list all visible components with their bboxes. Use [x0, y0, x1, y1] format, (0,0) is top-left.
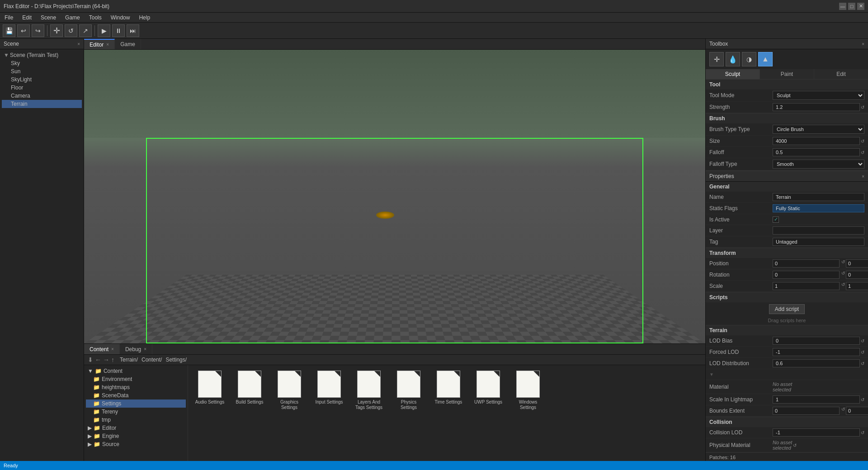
viewport[interactable]: View ⊕ ⊞ 10 📐 15 1 🌐 32: [84, 50, 705, 343]
bounds-y[interactable]: [846, 407, 868, 415]
position-y[interactable]: [846, 259, 868, 268]
play-button[interactable]: ▶: [98, 24, 110, 37]
folder-source[interactable]: ▶ 📁 Source: [86, 440, 186, 448]
menu-edit[interactable]: Edit: [18, 14, 36, 22]
scale-button[interactable]: ↗: [79, 24, 92, 37]
close-button[interactable]: ✕: [857, 3, 864, 10]
scale-y[interactable]: [846, 282, 868, 290]
folder-engine[interactable]: ▶ 📁 Engine: [86, 432, 186, 440]
collision-lod-input[interactable]: [773, 428, 860, 437]
tree-item-scene[interactable]: ▼ Scene (Terrain Test): [2, 51, 82, 59]
lod-bias-input[interactable]: [773, 337, 860, 345]
redo-button[interactable]: ↪: [32, 24, 44, 37]
terrain-mode-paint[interactable]: Paint: [760, 69, 814, 79]
brush-falloff-type-select[interactable]: Smooth: [773, 160, 864, 169]
file-uwp-settings[interactable]: UWP Settings: [470, 369, 506, 412]
sx-revert[interactable]: ↺: [841, 282, 845, 290]
tool-terrain[interactable]: ▲: [758, 52, 773, 66]
tab-content[interactable]: Content ×: [84, 344, 120, 354]
title-bar-controls[interactable]: — □ ✕: [839, 3, 864, 10]
add-script-button[interactable]: Add script: [769, 304, 805, 314]
phys-mat-revert[interactable]: ↺: [793, 443, 797, 448]
brush-falloff-revert[interactable]: ↺: [861, 150, 864, 155]
tab-debug[interactable]: Debug ×: [120, 344, 152, 354]
static-flags-input[interactable]: [773, 204, 864, 212]
nav-forward[interactable]: →: [103, 356, 109, 363]
breadcrumb-content[interactable]: Content/: [142, 357, 162, 363]
brush-size-input[interactable]: [773, 137, 860, 145]
toolbox-close[interactable]: ×: [862, 42, 864, 47]
folder-tmp[interactable]: 📁 tmp: [86, 416, 186, 424]
folder-settings[interactable]: 📁 Settings: [86, 400, 186, 408]
bounds-x[interactable]: [773, 407, 840, 415]
file-physics-settings[interactable]: Physics Settings: [391, 369, 427, 412]
rotation-x[interactable]: [773, 271, 840, 279]
position-x[interactable]: [773, 259, 840, 268]
folder-tereny[interactable]: 📁 Tereny: [86, 408, 186, 416]
folder-scenedata[interactable]: 📁 SceneData: [86, 391, 186, 400]
tool-smooth[interactable]: ◑: [742, 52, 756, 66]
rotation-y[interactable]: [846, 271, 868, 279]
lod-dist-revert[interactable]: ↺: [861, 361, 864, 366]
step-button[interactable]: ⏭: [127, 24, 139, 37]
terrain-mode-sculpt[interactable]: Sculpt: [706, 69, 760, 79]
col-lod-revert[interactable]: ↺: [861, 430, 864, 435]
file-graphics-settings[interactable]: Graphics Settings: [271, 369, 307, 412]
tool-paint[interactable]: 💧: [726, 52, 740, 66]
px-revert[interactable]: ↺: [841, 259, 845, 268]
terrain-mode-edit[interactable]: Edit: [814, 69, 868, 79]
tab-content-close[interactable]: ×: [111, 347, 114, 352]
menu-window[interactable]: Window: [106, 14, 135, 22]
lod-bias-revert[interactable]: ↺: [861, 338, 864, 343]
scale-x[interactable]: [773, 282, 840, 290]
name-input[interactable]: [773, 193, 864, 201]
layer-input[interactable]: [773, 226, 864, 235]
tree-item-sun[interactable]: Sun: [2, 67, 82, 75]
folder-heightmaps[interactable]: 📁 heightmaps: [86, 383, 186, 391]
forced-lod-input[interactable]: [773, 348, 860, 356]
scene-panel-close[interactable]: ×: [77, 42, 80, 47]
scale-lightmap-input[interactable]: [773, 395, 860, 404]
maximize-button[interactable]: □: [848, 3, 855, 10]
nav-up[interactable]: ↑: [111, 356, 114, 363]
folder-content[interactable]: ▼ 📁 Content: [86, 367, 186, 375]
tab-game[interactable]: Game: [115, 39, 141, 49]
folder-editor[interactable]: ▶ 📁 Editor: [86, 424, 186, 432]
bx-revert[interactable]: ↺: [841, 407, 845, 415]
menu-file[interactable]: File: [0, 14, 18, 22]
tool-add[interactable]: ✛: [709, 52, 724, 66]
file-windows-settings[interactable]: Windows Settings: [510, 369, 546, 412]
strength-input[interactable]: [773, 103, 860, 111]
breadcrumb-settings[interactable]: Settings/: [165, 357, 187, 363]
file-layers-settings[interactable]: Layers And Tags Settings: [351, 369, 387, 412]
is-active-checkbox[interactable]: ✓: [773, 216, 779, 223]
tree-item-camera[interactable]: Camera: [2, 92, 82, 100]
expand-arrow[interactable]: ▼: [709, 372, 714, 377]
breadcrumb-terrain[interactable]: Terrain/: [120, 357, 138, 363]
tab-editor[interactable]: Editor ×: [84, 39, 115, 49]
tree-item-sky[interactable]: Sky: [2, 59, 82, 67]
brush-size-revert[interactable]: ↺: [861, 139, 864, 144]
lod-distribution-input[interactable]: [773, 359, 860, 367]
strength-revert[interactable]: ↺: [861, 105, 864, 110]
menu-tools[interactable]: Tools: [85, 14, 106, 22]
file-input-settings[interactable]: Input Settings: [311, 369, 347, 412]
save-button[interactable]: 💾: [3, 24, 15, 37]
file-build-settings[interactable]: Build Settings: [231, 369, 268, 412]
forced-lod-revert[interactable]: ↺: [861, 350, 864, 355]
brush-falloff-input[interactable]: [773, 148, 860, 156]
tab-debug-close[interactable]: ×: [144, 347, 146, 352]
transform-button[interactable]: ✛: [50, 24, 63, 37]
nav-down[interactable]: ⬇: [88, 356, 93, 363]
tree-item-terrain[interactable]: Terrain: [2, 100, 82, 108]
tool-mode-select[interactable]: Sculpt: [773, 91, 864, 100]
undo-button[interactable]: ↩: [17, 24, 30, 37]
folder-environment[interactable]: 📁 Environment: [86, 375, 186, 383]
tree-item-floor[interactable]: Floor: [2, 84, 82, 92]
tab-editor-close[interactable]: ×: [106, 42, 109, 47]
properties-close[interactable]: ×: [862, 174, 864, 179]
file-time-settings[interactable]: Time Settings: [430, 369, 467, 412]
brush-type-select[interactable]: Circle Brush: [773, 125, 864, 134]
tag-input[interactable]: [773, 238, 864, 246]
menu-scene[interactable]: Scene: [36, 14, 61, 22]
